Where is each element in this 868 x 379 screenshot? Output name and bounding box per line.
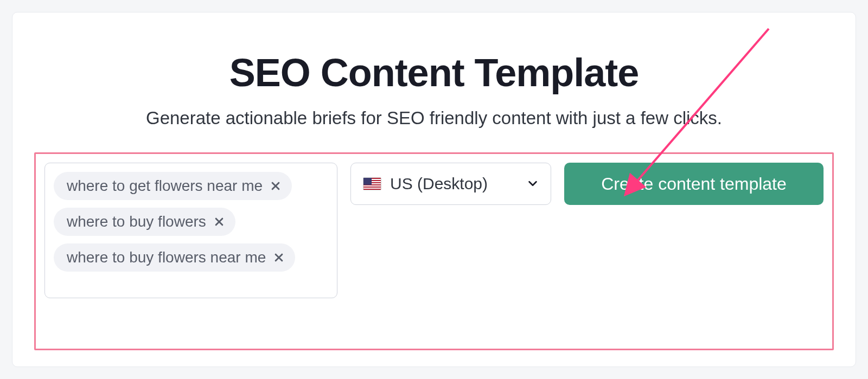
keyword-chip: where to get flowers near me	[54, 172, 292, 200]
content-card: SEO Content Template Generate actionable…	[12, 12, 856, 367]
page-subtitle: Generate actionable briefs for SEO frien…	[146, 108, 722, 129]
us-flag-icon	[363, 177, 381, 190]
remove-keyword-icon[interactable]	[270, 181, 281, 191]
create-template-button[interactable]: Create content template	[564, 163, 824, 205]
keyword-chip-label: where to buy flowers near me	[67, 249, 266, 266]
keyword-chip: where to buy flowers	[54, 208, 235, 236]
form-highlight: where to get flowers near me where to bu…	[34, 152, 834, 350]
locale-select[interactable]: US (Desktop)	[350, 163, 551, 205]
keyword-chip-label: where to get flowers near me	[67, 177, 263, 195]
keyword-chip-label: where to buy flowers	[67, 213, 206, 230]
page-title: SEO Content Template	[229, 50, 639, 95]
remove-keyword-icon[interactable]	[214, 216, 225, 227]
remove-keyword-icon[interactable]	[273, 252, 284, 263]
keyword-chip: where to buy flowers near me	[54, 243, 295, 272]
keywords-input[interactable]: where to get flowers near me where to bu…	[44, 163, 337, 298]
chevron-down-icon	[527, 175, 539, 193]
locale-label: US (Desktop)	[390, 175, 518, 193]
